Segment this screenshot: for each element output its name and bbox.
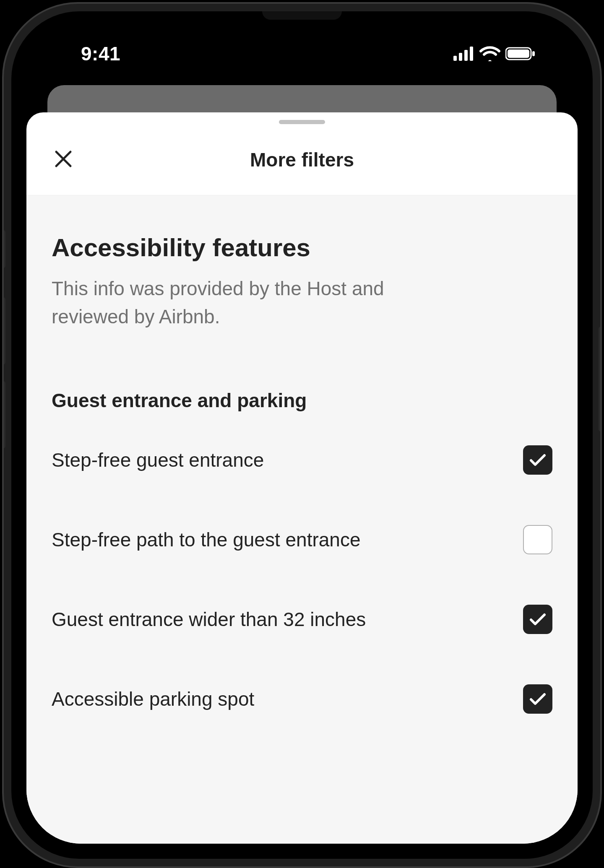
phone-frame: 9:41 [2,2,602,868]
option-label: Guest entrance wider than 32 inches [52,606,366,633]
option-row-wider-than-32[interactable]: Guest entrance wider than 32 inches [52,580,552,659]
checkbox-step-free-path[interactable] [523,525,552,554]
status-icons [453,46,536,61]
sheet-title: More filters [250,148,354,171]
phone-bezel: 9:41 [11,11,593,859]
section-heading: Accessibility features [52,233,552,262]
option-row-step-free-path[interactable]: Step-free path to the guest entrance [52,500,552,580]
wifi-icon [479,46,500,61]
close-button[interactable] [52,148,75,172]
status-bar: 9:41 [26,26,578,81]
speaker-slot [262,11,342,20]
volume-down-button [2,381,5,448]
option-row-step-free-entrance[interactable]: Step-free guest entrance [52,420,552,500]
svg-rect-2 [464,50,468,61]
close-icon [55,150,72,169]
sheet-grabber[interactable] [279,120,325,124]
phone-screen: 9:41 [26,26,578,844]
group-heading: Guest entrance and parking [52,389,552,412]
option-label: Step-free path to the guest entrance [52,526,361,553]
svg-rect-5 [508,49,529,58]
checkbox-wider-than-32[interactable] [523,605,552,634]
battery-icon [505,47,536,61]
volume-up-button [2,297,5,364]
svg-rect-1 [459,53,462,61]
section-subtext: This info was provided by the Host and r… [52,275,429,330]
power-button [599,327,602,431]
checkbox-step-free-entrance[interactable] [523,445,552,475]
status-time: 9:41 [81,42,120,65]
sheet-body[interactable]: Accessibility features This info was pro… [26,195,578,844]
option-row-accessible-parking[interactable]: Accessible parking spot [52,659,552,739]
cellular-icon [453,47,474,61]
option-label: Step-free guest entrance [52,447,264,473]
svg-rect-3 [470,47,473,61]
option-label: Accessible parking spot [52,686,254,712]
checkbox-accessible-parking[interactable] [523,684,552,714]
sheet-header: More filters [26,124,578,195]
silence-switch [2,230,5,268]
svg-rect-6 [532,51,535,56]
filters-sheet: More filters Accessibility features This… [26,112,578,844]
svg-rect-0 [453,56,457,61]
